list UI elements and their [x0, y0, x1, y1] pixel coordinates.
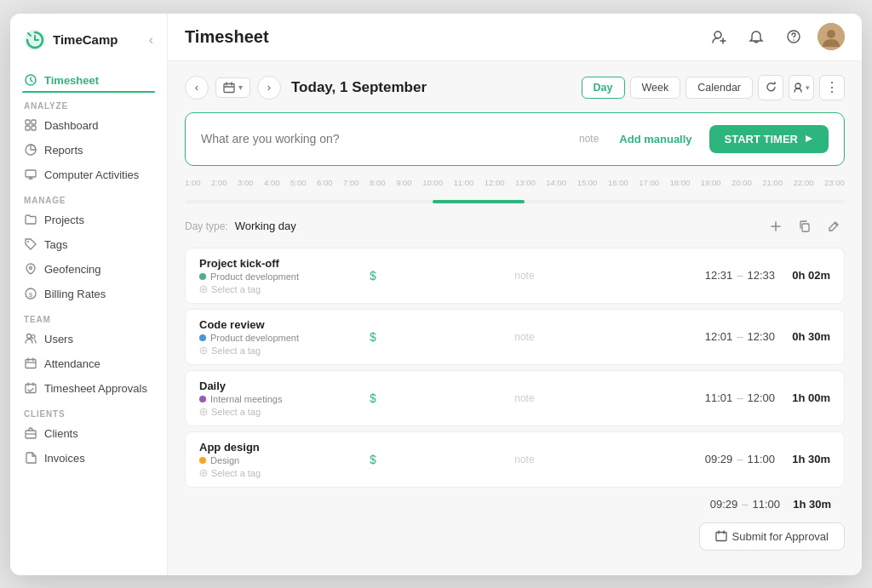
check-calendar-icon [24, 382, 37, 395]
billing-icon[interactable]: $ [370, 269, 376, 283]
main-content: Timesheet [168, 14, 862, 575]
sidebar-item-timesheet-approvals[interactable]: Timesheet Approvals [10, 376, 167, 401]
entry-name: Project kick-off [199, 257, 353, 270]
help-btn[interactable] [780, 23, 807, 50]
entry-tag[interactable]: Select a tag [199, 407, 353, 417]
timeline-wrap: 1:00 2:00 3:00 4:00 5:00 6:00 7:00 8:00 … [185, 178, 845, 205]
team-section-label: TEAM [10, 306, 167, 327]
timeline-progress-bar [433, 200, 525, 203]
topbar-actions [705, 23, 845, 50]
billing-icon[interactable]: $ [370, 391, 376, 405]
edit-entry-btn[interactable] [823, 215, 845, 237]
tag-label: Select a tag [211, 284, 261, 294]
user-filter-chevron-icon: ▾ [806, 83, 810, 92]
sidebar-item-attendance-label: Attendance [44, 357, 100, 370]
next-date-btn[interactable]: › [257, 76, 281, 100]
sidebar-item-clients[interactable]: Clients [10, 421, 167, 446]
view-btn-week[interactable]: Week [630, 77, 681, 99]
table-row: App design Design Select a tag [185, 431, 845, 488]
sidebar-item-dashboard-label: Dashboard [44, 119, 99, 132]
svg-point-11 [29, 267, 32, 270]
entry-note[interactable]: note [385, 454, 664, 465]
svg-rect-4 [26, 126, 30, 130]
submit-for-approval-btn[interactable]: Submit for Approval [699, 522, 845, 551]
submit-label: Submit for Approval [732, 530, 829, 543]
project-name: Design [210, 455, 239, 465]
entries-list: Project kick-off Product development [185, 248, 845, 488]
entry-note[interactable]: note [385, 270, 664, 282]
logo-area: TimeCamp ‹ [10, 14, 167, 63]
entry-info: App design Design Select a tag [199, 441, 353, 478]
add-manually-btn[interactable]: Add manually [619, 133, 691, 146]
timeline-labels: 1:00 2:00 3:00 4:00 5:00 6:00 7:00 8:00 … [185, 178, 845, 187]
svg-rect-40 [802, 224, 809, 231]
entry-time-range: 11:01 – 12:00 [673, 391, 775, 404]
billing-icon[interactable]: $ [370, 330, 376, 344]
entry-tag[interactable]: Select a tag [199, 468, 353, 478]
current-date-label: Today, 1 September [291, 79, 427, 96]
svg-marker-37 [806, 135, 812, 142]
sidebar-item-invoices[interactable]: Invoices [10, 446, 167, 471]
time-dash: – [737, 269, 743, 282]
project-dot [199, 334, 206, 341]
entry-tag[interactable]: Select a tag [199, 345, 353, 356]
billing-icon[interactable]: $ [370, 453, 376, 466]
sidebar-collapse-btn[interactable]: ‹ [149, 32, 153, 48]
tag-icon [199, 469, 208, 477]
day-type-label: Day type: [185, 220, 228, 232]
table-row: Daily Internal meetings Select a tag [185, 370, 845, 426]
svg-point-25 [714, 31, 721, 38]
sidebar-item-tags[interactable]: Tags [10, 232, 167, 257]
add-user-btn[interactable] [705, 23, 732, 50]
sidebar-item-geofencing-label: Geofencing [44, 263, 101, 276]
add-entry-btn[interactable] [765, 215, 787, 237]
view-btn-day[interactable]: Day [582, 77, 625, 99]
sidebar-item-users[interactable]: Users [10, 327, 167, 351]
sidebar-item-projects[interactable]: Projects [10, 208, 167, 232]
svg-point-10 [27, 241, 29, 243]
prev-date-btn[interactable]: ‹ [185, 76, 209, 100]
entry-info: Daily Internal meetings Select a tag [199, 380, 353, 417]
time-dash: – [737, 391, 743, 404]
svg-rect-2 [26, 120, 30, 124]
entry-tag[interactable]: Select a tag [199, 284, 353, 294]
task-input[interactable] [201, 132, 571, 146]
sidebar-item-dashboard[interactable]: Dashboard [10, 113, 167, 138]
copy-entry-btn[interactable] [794, 215, 816, 237]
date-picker-btn[interactable]: ▾ [215, 77, 250, 98]
refresh-btn[interactable] [758, 75, 783, 100]
date-nav: ‹ ▾ › Today, 1 September Day Week Calend… [185, 75, 845, 100]
tag-label: Select a tag [211, 407, 261, 417]
user-avatar[interactable] [818, 23, 845, 50]
sidebar-item-computer-activities[interactable]: Computer Activities [10, 163, 167, 187]
sidebar-item-geofencing[interactable]: Geofencing [10, 257, 167, 282]
folder-icon [24, 214, 37, 226]
sidebar-item-billing-rates[interactable]: $ Billing Rates [10, 282, 167, 306]
more-options-btn[interactable]: ⋮ [819, 75, 845, 100]
view-btn-calendar[interactable]: Calendar [686, 77, 753, 99]
entry-start: 11:01 [705, 391, 733, 404]
project-dot [199, 273, 206, 280]
timecamp-logo-icon [24, 29, 46, 51]
tag-label: Select a tag [211, 345, 261, 356]
sidebar-item-timesheet[interactable]: Timesheet [10, 68, 167, 93]
sidebar-item-tags-label: Tags [44, 238, 67, 251]
grid-icon [24, 119, 37, 132]
svg-point-36 [795, 83, 800, 88]
sidebar-nav: Timesheet ANALYZE Dashboard [10, 63, 167, 575]
svg-point-31 [827, 30, 835, 38]
note-label: note [579, 133, 599, 145]
entry-start: 12:01 [705, 330, 733, 343]
project-name: Product development [210, 333, 299, 343]
calendar-picker-icon [223, 82, 235, 94]
entry-note[interactable]: note [385, 392, 664, 404]
start-timer-btn[interactable]: START TIMER [709, 125, 829, 153]
user-filter-btn[interactable]: ▾ [789, 75, 814, 100]
entry-project: Design [199, 455, 353, 465]
sidebar-item-reports[interactable]: Reports [10, 138, 167, 163]
entry-note[interactable]: note [385, 331, 664, 343]
notifications-btn[interactable] [743, 23, 770, 50]
totals-duration: 1h 30m [784, 498, 831, 511]
sidebar-item-attendance[interactable]: Attendance [10, 351, 167, 376]
tag-icon [24, 238, 37, 251]
